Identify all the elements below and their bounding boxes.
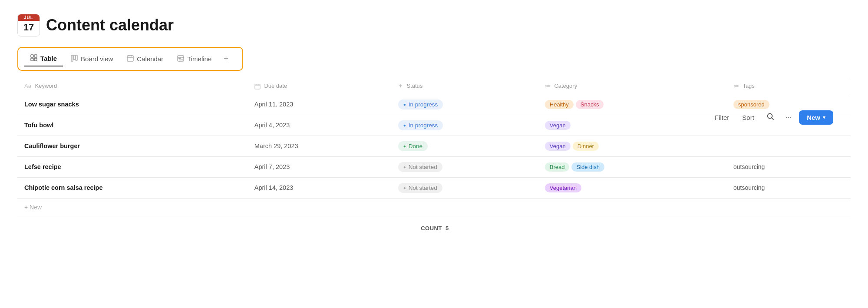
timeline-icon [177,55,184,63]
tab-timeline-label: Timeline [187,55,211,63]
count-label: COUNT [421,225,442,232]
table-row: Chipotle corn salsa recipeApril 14, 2023… [17,177,851,198]
svg-rect-5 [73,55,75,60]
tab-table[interactable]: Table [24,51,63,66]
due-date-cell: April 14, 2023 [248,177,391,198]
count-footer: COUNT 5 [17,216,851,240]
category-cell[interactable]: VeganDinner [538,136,726,156]
tag-plain[interactable]: outsourcing [733,163,765,170]
status-badge: ● Not started [398,162,442,172]
svg-rect-7 [127,56,133,61]
status-dot: ● [403,185,406,190]
col-due-date: Due date [248,78,391,94]
keyword-cell[interactable]: Low sugar snacks [17,94,248,115]
category-tag-vegetarian[interactable]: Vegetarian [545,183,581,192]
svg-rect-4 [71,55,73,61]
category-tag-bread[interactable]: Bread [545,162,570,172]
svg-point-15 [767,114,772,119]
content-table: Aa Keyword Due date ✦ Status ≔ Category [17,78,851,216]
table-header-row: Aa Keyword Due date ✦ Status ≔ Category [17,78,851,94]
category-tag-dinner[interactable]: Dinner [573,142,599,151]
tab-table-label: Table [40,55,57,62]
svg-line-16 [772,118,773,120]
tags-cell[interactable]: outsourcing [726,156,851,177]
tags-cell[interactable] [726,136,851,156]
category-cell[interactable]: Vegetarian [538,177,726,198]
keyword-cell[interactable]: Chipotle corn salsa recipe [17,177,248,198]
category-tag-healthy[interactable]: Healthy [545,100,574,109]
table-icon [30,54,37,63]
col-category: ≔ Category [538,78,726,94]
category-col-icon: ≔ [545,83,551,89]
category-tag-vegan[interactable]: Vegan [545,142,571,151]
tags-col-icon: ≔ [733,83,739,89]
tabs-container: Table Board view Calendar [24,51,233,66]
due-date-cell: April 11, 2023 [248,94,391,115]
tab-calendar-label: Calendar [137,55,163,63]
status-cell[interactable]: ● In progress [391,115,538,136]
svg-rect-1 [34,55,37,57]
due-date-cell: April 4, 2023 [248,115,391,136]
count-value: 5 [446,225,449,232]
keyword-col-icon: Aa [24,83,31,89]
sort-button[interactable]: Sort [738,111,759,124]
col-keyword: Aa Keyword [17,78,248,94]
table-container: Aa Keyword Due date ✦ Status ≔ Category [17,78,851,216]
tag-plain[interactable]: outsourcing [733,184,765,191]
board-icon [71,55,78,63]
svg-rect-2 [31,58,33,61]
page-header: JUL 17 Content calendar [17,14,851,36]
more-options-button[interactable]: ··· [782,111,795,124]
add-row-label[interactable]: + New [17,198,851,216]
category-cell[interactable]: Vegan [538,115,726,136]
category-cell[interactable]: BreadSide dish [538,156,726,177]
svg-rect-6 [76,55,77,60]
svg-rect-0 [31,55,33,57]
table-row: Lefse recipeApril 7, 2023● Not startedBr… [17,156,851,177]
status-badge: ● Done [398,141,428,151]
add-tab-button[interactable]: + [219,51,233,66]
status-badge: ● In progress [398,99,443,109]
table-row: Cauliflower burgerMarch 29, 2023● DoneVe… [17,136,851,156]
new-button-label: New [807,114,820,121]
status-dot: ● [403,165,406,169]
tab-calendar[interactable]: Calendar [121,52,169,66]
filter-button[interactable]: Filter [710,111,733,124]
col-tags: ≔ Tags [726,78,851,94]
add-row[interactable]: + New [17,198,851,216]
calendar-month: JUL [18,14,40,21]
status-badge: ● In progress [398,120,443,130]
status-cell[interactable]: ● Done [391,136,538,156]
category-tag-snacks[interactable]: Snacks [576,100,604,109]
page-title: Content calendar [46,16,174,34]
status-cell[interactable]: ● In progress [391,94,538,115]
due-date-cell: March 29, 2023 [248,136,391,156]
status-dot: ● [403,123,406,128]
category-tag-vegan[interactable]: Vegan [545,121,571,130]
tag-sponsored[interactable]: sponsored [733,100,769,109]
due-date-col-icon [254,83,262,89]
keyword-cell[interactable]: Tofu bowl [17,115,248,136]
new-button-chevron: ▾ [823,115,825,120]
calendar-day: 17 [18,21,40,34]
tab-board-label: Board view [81,55,113,63]
status-col-icon: ✦ [398,83,403,89]
tags-cell[interactable]: outsourcing [726,177,851,198]
tab-board-view[interactable]: Board view [65,52,119,66]
keyword-cell[interactable]: Lefse recipe [17,156,248,177]
svg-rect-3 [34,58,37,61]
toolbar-right: Filter Sort ··· New ▾ [710,110,833,125]
category-tag-side-dish[interactable]: Side dish [571,162,604,172]
col-status: ✦ Status [391,78,538,94]
view-tabs-toolbar: Table Board view Calendar [17,47,243,71]
svg-rect-17 [255,84,260,89]
category-cell[interactable]: HealthySnacks [538,94,726,115]
status-cell[interactable]: ● Not started [391,177,538,198]
keyword-cell[interactable]: Cauliflower burger [17,136,248,156]
status-cell[interactable]: ● Not started [391,156,538,177]
calendar-view-icon [127,55,134,63]
new-button[interactable]: New ▾ [799,110,833,125]
status-dot: ● [403,144,406,149]
tab-timeline[interactable]: Timeline [171,52,218,66]
search-button[interactable] [763,110,778,125]
